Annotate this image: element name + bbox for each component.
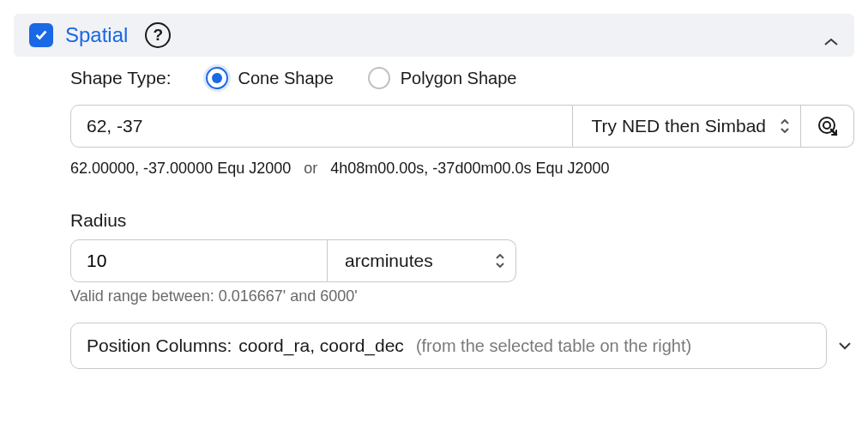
position-columns-value: coord_ra, coord_dec (238, 335, 404, 356)
radius-unit-dropdown[interactable]: arcminutes (328, 239, 516, 282)
parsed-coordinates: 62.00000, -37.00000 Equ J2000 or 4h08m00… (70, 160, 854, 178)
chevron-down-icon (838, 341, 852, 350)
panel-title: Spatial (65, 23, 128, 47)
cone-shape-radio[interactable] (206, 67, 228, 89)
cone-shape-option[interactable]: Cone Shape (206, 67, 334, 89)
polygon-shape-radio[interactable] (368, 67, 390, 89)
stepper-icon (495, 254, 505, 268)
position-columns-note: (from the selected table on the right) (416, 336, 691, 356)
cone-shape-label: Cone Shape (238, 69, 334, 88)
position-columns-box[interactable]: Position Columns: coord_ra, coord_dec (f… (70, 323, 827, 369)
radius-unit-value: arcminutes (345, 251, 433, 270)
spatial-panel-header[interactable]: Spatial ? (14, 14, 854, 57)
stepper-icon (780, 119, 790, 133)
resolver-dropdown[interactable]: Try NED then Simbad (573, 105, 801, 148)
radius-input[interactable] (70, 239, 328, 282)
radius-label: Radius (70, 210, 854, 231)
check-icon (33, 27, 49, 43)
shape-type-label: Shape Type: (70, 68, 172, 88)
radius-hint: Valid range between: 0.016667' and 6000' (70, 287, 854, 305)
help-icon[interactable]: ? (145, 22, 171, 48)
spatial-checkbox[interactable] (29, 23, 53, 47)
target-icon (817, 115, 839, 137)
coordinates-input[interactable] (70, 105, 573, 148)
svg-point-1 (823, 122, 830, 129)
parsed-hms: 4h08m00.00s, -37d00m00.0s Equ J2000 (330, 160, 609, 177)
or-separator: or (304, 160, 317, 177)
panel-body: Shape Type: Cone Shape Polygon Shape Try… (14, 57, 854, 369)
polygon-shape-option[interactable]: Polygon Shape (368, 67, 517, 89)
target-picker-button[interactable] (801, 105, 854, 148)
position-columns-label: Position Columns: (87, 335, 232, 356)
parsed-decimal: 62.00000, -37.00000 Equ J2000 (70, 160, 291, 177)
resolver-value: Try NED then Simbad (592, 116, 766, 136)
position-columns-chevron[interactable] (835, 341, 854, 350)
polygon-shape-label: Polygon Shape (401, 69, 517, 88)
collapse-icon[interactable] (823, 31, 839, 39)
